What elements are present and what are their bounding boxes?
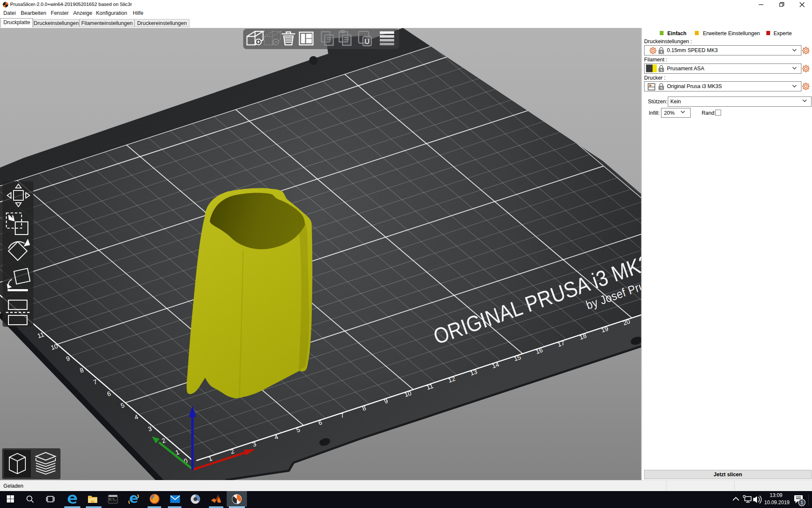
svg-text:1: 1 (801, 500, 803, 505)
svg-text:C:\_: C:\_ (109, 498, 117, 501)
svg-text:U: U (365, 38, 370, 46)
